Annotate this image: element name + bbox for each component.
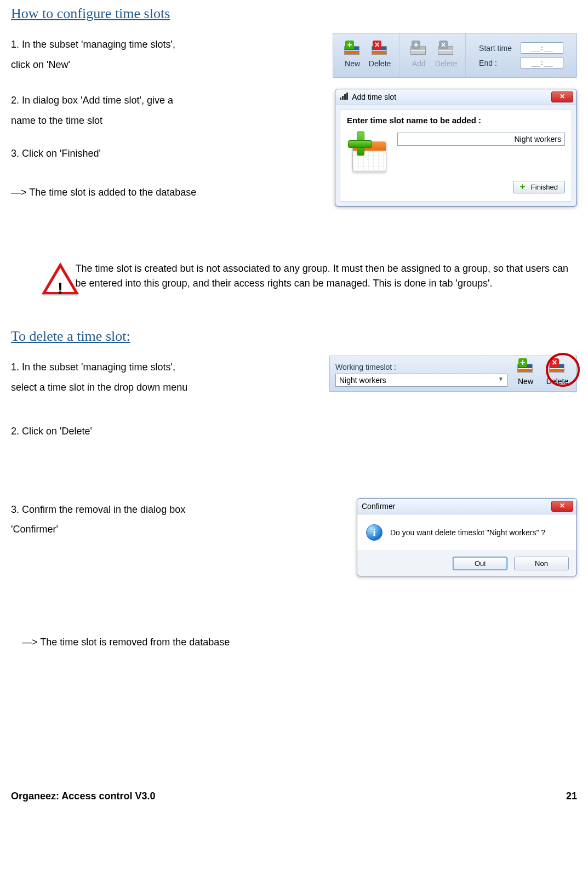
tsbar-delete-label: Delete [546,377,568,386]
calendar-plus-icon [347,130,390,173]
delete2-icon: × [438,43,454,57]
del-step1-line2: select a time slot in the drop down menu [11,379,241,396]
working-timeslot-bar: Working timeslot : Night workers ▼ + New… [329,356,577,392]
timeslot-dropdown[interactable]: Night workers ▼ [335,374,507,387]
tsbar-new-button[interactable]: + New [512,359,539,387]
step2-line1: 2. In dialog box 'Add time slot', give a [11,92,241,109]
delete-button[interactable]: × Delete [366,42,393,69]
del-step3-line1: 3. Confirm the removal in the dialog box [11,501,241,518]
confirm-title: Confirmer [362,502,395,511]
new-button[interactable]: + New [339,42,366,69]
end-time-input[interactable]: __:__ [521,57,563,68]
add-button-label: Add [412,59,426,68]
new-button-label: New [345,59,360,68]
del-step1-line1: 1. In the subset 'managing time slots', [11,359,241,376]
tsbar-new-label: New [518,377,533,386]
working-timeslot-label: Working timeslot : [335,363,507,371]
step3-line: 3. Click on 'Finished' [11,145,241,162]
step1-line1: 1. In the subset 'managing time slots', [11,36,241,53]
delete-icon: × [549,360,566,375]
warning-text: The time slot is created but is not asso… [75,261,577,291]
timeslot-name-input[interactable]: Night workers [397,133,565,146]
delete2-button-label: Delete [435,59,457,68]
chevron-down-icon: ▼ [498,376,504,385]
yes-button[interactable]: Oui [453,557,507,570]
footer-left: Organeez: Access control V3.0 [11,791,155,802]
add-button: + Add [405,42,432,69]
delete2-button: × Delete [432,42,460,69]
confirm-dialog: Confirmer ✕ i Do you want delete timeslo… [357,498,577,576]
start-time-label: Start time [479,44,512,53]
new-icon: + [344,43,361,57]
ribbon-toolbar: + New × Delete + Add [333,33,577,78]
add-timeslot-dialog: Add time slot ✕ Enter time slot name to … [335,89,577,207]
start-time-input[interactable]: __:__ [521,42,563,54]
finished-label: Finished [531,183,558,191]
page-number: 21 [566,791,577,802]
dropdown-value: Night workers [339,376,386,385]
dialog-prompt: Enter time slot name to be added : [347,116,565,125]
warning-icon: ! [41,261,62,295]
heading-configure: How to configure time slots [11,5,577,22]
step2-line2: name to the time slot [11,112,241,129]
delete-button-label: Delete [369,59,391,68]
finished-button[interactable]: + Finished [513,181,565,193]
plus-icon: + [520,184,528,191]
add-icon: + [410,43,427,57]
end-time-label: End : [479,59,512,67]
del-step2: 2. Click on 'Delete' [11,423,241,440]
del-step3-line2: 'Confirmer' [11,521,241,538]
tsbar-delete-button[interactable]: × Delete [544,359,571,387]
confirm-message: Do you want delete timeslot "Night worke… [390,528,545,537]
result2: —> The time slot is removed from the dat… [22,637,577,648]
heading-delete: To delete a time slot: [11,328,577,345]
close-button[interactable]: ✕ [551,91,573,102]
delete-icon: × [372,43,388,57]
no-button[interactable]: Non [514,557,569,570]
step1-line2: click on 'New' [11,56,241,73]
info-icon: i [366,524,383,541]
app-icon [340,93,348,100]
result1: —> The time slot is added to the databas… [11,184,241,201]
close-button[interactable]: ✕ [551,501,573,512]
dialog-title: Add time slot [340,93,396,101]
new-icon: + [517,360,534,375]
